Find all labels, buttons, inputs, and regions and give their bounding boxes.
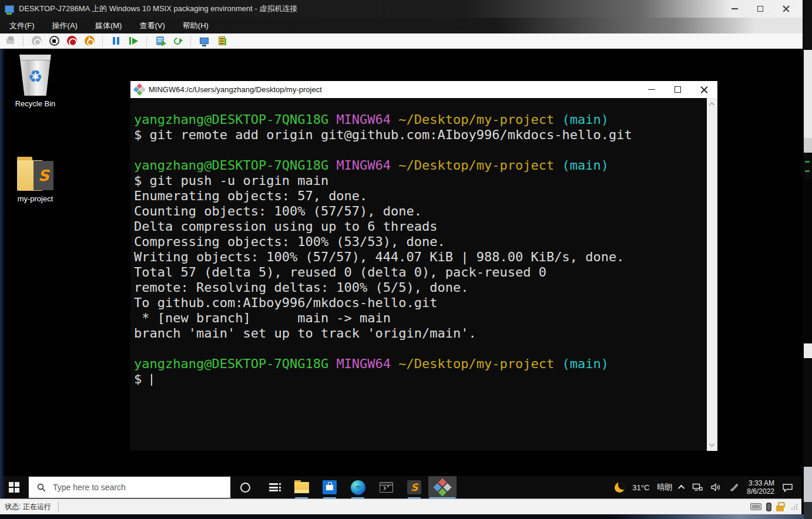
shut-down-button[interactable] (65, 35, 78, 48)
taskbar-app-git-bash[interactable] (428, 476, 457, 498)
terminal-scrollbar[interactable] (707, 98, 717, 451)
minimize-icon (648, 89, 655, 90)
window-titlebar[interactable]: DESKTOP-J7286MA 上的 Windows 10 MSIX packa… (0, 0, 803, 18)
window-caption-controls (722, 0, 799, 18)
terminal-title: MINGW64:/c/Users/yangzhang/Desktop/my-pr… (149, 85, 322, 94)
close-icon (700, 86, 708, 93)
devices-icon (219, 36, 225, 45)
save-state-button[interactable] (83, 35, 96, 48)
task-view-icon (269, 483, 278, 491)
terminal-line (134, 143, 707, 158)
statusbar-icons (750, 503, 801, 511)
sublime-text-icon: S (407, 480, 421, 494)
terminal-line: Compressing objects: 100% (53/53), done. (134, 234, 707, 250)
cortana-button[interactable] (231, 476, 259, 498)
ctrl-alt-del-button[interactable] (4, 35, 16, 48)
statusbar: 状态: 正在运行 (0, 498, 801, 514)
reset-button[interactable] (127, 35, 140, 48)
terminal-line: $ git remote add origin git@github.com:A… (134, 127, 707, 143)
cortana-icon (240, 483, 250, 493)
enhanced-session-button[interactable] (197, 35, 210, 48)
pause-button[interactable] (109, 35, 122, 48)
close-button[interactable] (773, 0, 799, 18)
save-state-icon (85, 36, 95, 46)
terminal-line: $ git push -u origin main (134, 173, 707, 188)
command-prompt-icon (380, 482, 393, 493)
taskbar-app-command-prompt[interactable] (372, 476, 400, 498)
minimize-button[interactable] (722, 0, 747, 18)
clock-date: 8/6/2022 (747, 487, 774, 496)
terminal-line: Total 57 (delta 5), reused 0 (delta 0), … (134, 265, 707, 280)
host-taskbar-sliver (0, 514, 804, 519)
windows-logo-icon (9, 482, 19, 493)
system-tray: 31°C 晴朗 (610, 476, 801, 498)
vm-screen: ♻ Recycle Bin S my-project MINGW64:/c/Us… (0, 49, 801, 498)
maximize-icon (675, 86, 681, 93)
terminal-close-button[interactable] (691, 81, 717, 98)
toolbar-separator (190, 36, 191, 46)
terminal-line: Counting objects: 100% (57/57), done. (134, 204, 707, 219)
toolbar (0, 33, 803, 49)
desktop-icon-label: my-project (18, 194, 53, 203)
weather-temperature[interactable]: 31°C (632, 483, 649, 492)
terminal-line: Writing objects: 100% (57/57), 444.07 Ki… (134, 250, 707, 265)
resize-grip[interactable] (791, 503, 798, 510)
task-view-button[interactable] (259, 476, 287, 498)
terminal-maximize-button[interactable] (665, 81, 691, 98)
menu-file[interactable]: 文件(F) (9, 21, 35, 31)
network-icon[interactable] (692, 483, 703, 492)
terminal-caption-controls (638, 81, 717, 98)
vm-connection-window: DESKTOP-J7286MA 上的 Windows 10 MSIX packa… (0, 0, 804, 514)
terminal-minimize-button[interactable] (638, 81, 665, 98)
volume-icon[interactable] (710, 483, 722, 492)
scroll-up-icon[interactable] (709, 102, 715, 108)
taskbar-app-sublime-text[interactable]: S (400, 476, 428, 498)
maximize-button[interactable] (747, 0, 773, 18)
microsoft-store-icon (323, 480, 337, 494)
turn-off-button[interactable] (48, 35, 61, 48)
terminal-line (134, 341, 707, 356)
desktop-icon-recycle-bin[interactable]: ♻ Recycle Bin (7, 55, 63, 108)
taskbar-app-microsoft-store[interactable] (316, 476, 344, 498)
git-bash-icon (433, 478, 451, 496)
scroll-down-icon[interactable] (709, 442, 715, 447)
clock-time: 3:33 AM (747, 479, 774, 487)
toolbar-separator (146, 36, 147, 46)
weather-condition[interactable]: 晴朗 (657, 482, 672, 493)
revert-icon (173, 36, 183, 46)
menu-media[interactable]: 媒体(M) (95, 21, 122, 31)
devices-button[interactable] (215, 35, 228, 48)
terminal-line: Enumerating objects: 57, done. (134, 188, 707, 204)
taskbar-search[interactable]: Type here to search (28, 476, 231, 498)
weather-moon-icon[interactable] (615, 483, 625, 493)
tray-overflow-icon[interactable] (678, 485, 685, 491)
recycle-symbol-icon: ♻ (28, 69, 42, 85)
desktop-icon-my-project[interactable]: S my-project (7, 154, 63, 203)
checkpoint-button[interactable] (153, 35, 166, 48)
lock-icon (776, 505, 784, 511)
start-icon (32, 36, 42, 46)
menu-help[interactable]: 帮助(H) (183, 21, 209, 31)
pause-icon (113, 37, 119, 45)
terminal-titlebar[interactable]: MINGW64:/c/Users/yangzhang/Desktop/my-pr… (130, 81, 717, 98)
terminal-line: yangzhang@DESKTOP-7QNG18G MINGW64 ~/Desk… (134, 112, 707, 127)
wallpaper-edge (0, 49, 5, 498)
windows-ink-pen-icon[interactable] (729, 483, 739, 492)
shut-down-icon (67, 36, 77, 46)
edge-icon (351, 480, 365, 495)
hyperv-app-icon (5, 5, 14, 13)
toolbar-separator (23, 36, 24, 46)
action-center-icon[interactable] (782, 483, 793, 493)
terminal-output[interactable]: yangzhang@DESKTOP-7QNG18G MINGW64 ~/Desk… (130, 98, 707, 451)
revert-button[interactable] (171, 35, 184, 48)
start-vm-button[interactable] (30, 35, 43, 48)
taskbar-app-file-explorer[interactable] (287, 476, 316, 498)
terminal-line: $ (134, 372, 707, 387)
git-bash-icon (133, 83, 146, 96)
mingw64-terminal-window: MINGW64:/c/Users/yangzhang/Desktop/my-pr… (130, 81, 717, 451)
terminal-line: remote: Resolving deltas: 100% (5/5), do… (134, 280, 707, 295)
taskbar-clock[interactable]: 3:33 AM 8/6/2022 (747, 479, 774, 496)
menu-action[interactable]: 操作(A) (52, 21, 78, 31)
taskbar-app-edge[interactable] (344, 476, 372, 498)
menu-view[interactable]: 查看(V) (139, 21, 165, 31)
